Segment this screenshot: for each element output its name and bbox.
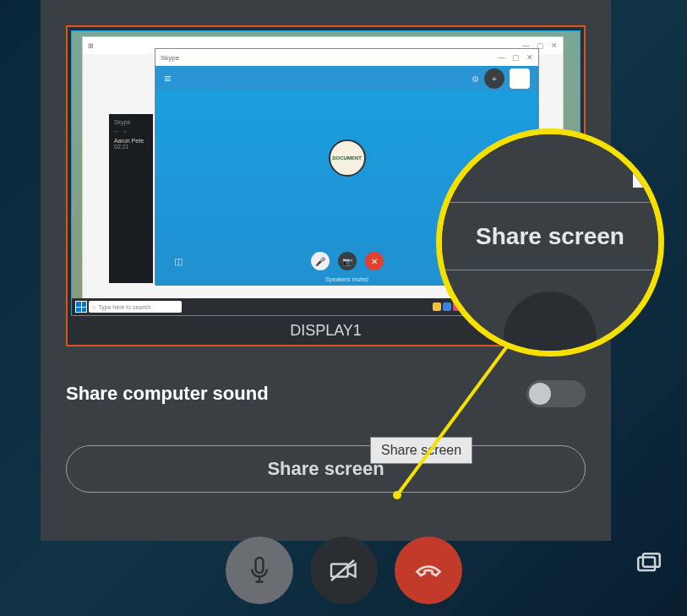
share-sound-toggle[interactable]: [526, 380, 586, 407]
sim-contact-time: 02:21: [114, 144, 148, 150]
sim-avatar: [510, 68, 530, 89]
toggle-knob: [529, 383, 551, 405]
sim-skype-header: ≡ ⚙ +: [155, 66, 538, 91]
share-screen-button[interactable]: Share screen: [66, 445, 586, 493]
sim-explorer-title: ⊞: [88, 42, 94, 50]
sim-speakers-status: Speakers muted: [325, 276, 368, 282]
camera-off-button[interactable]: [310, 537, 378, 604]
hangup-button[interactable]: [395, 537, 462, 604]
mag-bottom-arc: [504, 292, 597, 357]
windows-start-icon: [75, 301, 87, 313]
share-sound-label: Share computer sound: [66, 383, 269, 405]
conversation-icon: ◫: [174, 256, 183, 267]
sim-camera-button: 📷: [338, 252, 357, 270]
sim-skype-titlebar: Skype —▢✕: [155, 49, 538, 66]
hamburger-icon: ≡: [164, 72, 171, 85]
sim-header-right: ⚙ +: [472, 68, 530, 89]
microphone-icon: [244, 555, 275, 586]
share-sound-row: Share computer sound: [66, 380, 586, 407]
camera-off-icon: [329, 555, 359, 586]
share-screen-tooltip: Share screen: [370, 437, 472, 464]
sim-skype-sidebar: Skype ← → Aaron Pete 02:21: [109, 114, 153, 283]
callout-magnifier: Share screen: [436, 128, 664, 357]
magnifier-text: Share screen: [476, 223, 624, 250]
sim-sidebar-app-label: Skype: [114, 119, 148, 125]
sim-sidebar-nav: ← →: [114, 128, 148, 134]
sim-taskbar-search: ○ Type here to search: [89, 301, 182, 313]
svg-rect-3: [638, 558, 655, 571]
sim-participant-avatar: DOCUMENT: [329, 139, 366, 177]
add-person-icon: +: [484, 68, 504, 89]
microphone-button[interactable]: [226, 537, 293, 604]
call-control-bar: [0, 537, 687, 604]
hangup-icon: [413, 555, 444, 586]
sim-call-controls: 🎤 📷 ✕: [311, 252, 384, 270]
svg-rect-4: [643, 553, 660, 567]
sim-skype-window-controls: —▢✕: [498, 53, 533, 62]
sim-mic-button: 🎤: [311, 252, 330, 270]
share-screen-bottom-button[interactable]: [635, 550, 663, 582]
sim-skype-title: Skype: [161, 54, 179, 62]
sim-contact-name: Aaron Pete: [114, 138, 148, 144]
gear-icon: ⚙: [472, 74, 479, 84]
sim-hangup-button: ✕: [365, 252, 384, 270]
share-screen-icon: [635, 550, 663, 579]
